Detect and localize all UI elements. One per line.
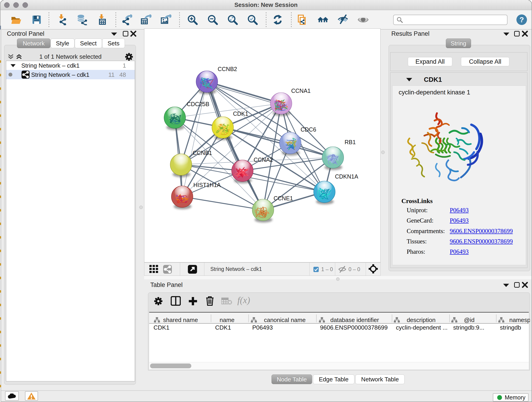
- svg-text:CCNB2: CCNB2: [218, 66, 237, 72]
- svg-text:CDC25B: CDC25B: [187, 101, 209, 107]
- svg-text:CDKN1A: CDKN1A: [335, 173, 358, 180]
- svg-text:CCNA1: CCNA1: [291, 88, 311, 94]
- svg-text:CCNB1: CCNB1: [193, 150, 212, 156]
- svg-text:RB1: RB1: [345, 139, 356, 145]
- svg-text:HIST1H1A: HIST1H1A: [193, 182, 221, 188]
- svg-text:CDK1: CDK1: [233, 110, 248, 117]
- svg-text:CDC6: CDC6: [301, 126, 316, 133]
- svg-text:CCNE1: CCNE1: [273, 195, 293, 201]
- svg-text:CCNA2: CCNA2: [254, 157, 273, 163]
